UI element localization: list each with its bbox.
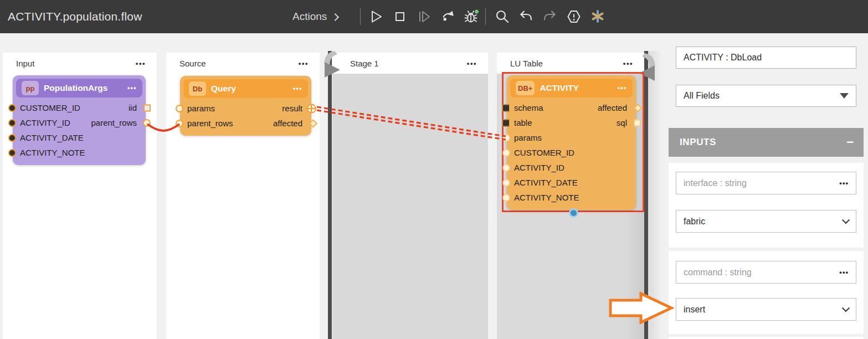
port-row: ACTIVITY_ID — [507, 160, 636, 175]
port-label: parent_rows — [91, 118, 137, 127]
column-header: Stage 1 ••• — [332, 53, 488, 74]
stage-divider-bar — [328, 51, 332, 339]
input-port[interactable] — [502, 104, 510, 111]
input-port[interactable] — [176, 105, 183, 112]
node-activity[interactable]: DB+ ACTIVITY ••• schema affected table s… — [507, 75, 636, 210]
dropdown-triangle-icon — [840, 93, 849, 99]
port-label: ACTIVITY_DATE — [20, 133, 138, 142]
port-label: ACTIVITY_NOTE — [20, 148, 138, 157]
undo-button[interactable] — [517, 6, 536, 28]
input-port[interactable] — [502, 134, 510, 142]
rerun-button[interactable] — [438, 6, 457, 28]
output-port[interactable] — [634, 119, 641, 126]
node-header[interactable]: Db Query ••• — [183, 79, 308, 98]
port-row: params — [507, 130, 636, 145]
command-input[interactable]: command : string ••• — [676, 261, 856, 284]
port-row: schema affected — [507, 100, 636, 115]
redo-icon — [542, 9, 558, 24]
port-label: CUSTOMER_ID — [20, 103, 129, 112]
inputs-section-header[interactable]: INPUTS − — [669, 128, 864, 157]
flow-editor: ACTIVITY.population.flow Actions — [0, 0, 868, 339]
column-title: LU Table — [510, 59, 543, 68]
node-menu-button[interactable]: ••• — [293, 85, 302, 93]
page-title: ACTIVITY.population.flow — [8, 0, 142, 33]
node-query[interactable]: Db Query ••• params result parent_rows a… — [180, 76, 311, 136]
port-row: ACTIVITY_DATE — [507, 175, 636, 190]
interface-selected-value: fabric — [684, 217, 843, 227]
node-title: PopulationArgs — [44, 83, 122, 93]
interface-select[interactable]: fabric — [676, 210, 856, 233]
node-type-badge: DB+ — [516, 81, 535, 95]
node-menu-button[interactable]: ••• — [127, 84, 137, 92]
stop-button[interactable] — [391, 6, 409, 28]
node-title: Query — [211, 84, 288, 94]
toolbar-divider — [360, 8, 361, 25]
input-port[interactable] — [502, 119, 510, 126]
port-label: affected — [273, 119, 302, 128]
output-port[interactable] — [307, 104, 316, 113]
format-asterisk-icon — [590, 9, 605, 24]
input-port[interactable] — [502, 179, 510, 187]
play-icon — [368, 9, 384, 24]
input-port[interactable] — [502, 164, 510, 172]
command-select[interactable]: insert — [676, 298, 856, 321]
node-type-badge: Db — [189, 81, 206, 96]
column-header: LU Table ••• — [497, 53, 644, 74]
node-resize-handle[interactable] — [569, 208, 578, 218]
port-label: ACTIVITY_ID — [20, 118, 91, 127]
input-port[interactable] — [8, 119, 16, 127]
input-port[interactable] — [502, 149, 510, 157]
redo-button[interactable] — [541, 6, 559, 28]
port-row: ACTIVITY_NOTE — [13, 145, 146, 160]
node-populationargs[interactable]: pp PopulationArgs ••• CUSTOMER_ID iid AC… — [13, 75, 146, 165]
step-into-button[interactable] — [414, 6, 433, 28]
node-type-badge: pp — [22, 81, 39, 95]
column-menu-button[interactable]: ••• — [623, 59, 633, 68]
node-title: ACTIVITY — [540, 83, 613, 93]
fields-filter-dropdown[interactable]: All Fields — [676, 85, 856, 107]
debug-icon — [463, 9, 480, 24]
actor-name-field[interactable]: ACTIVITY : DbLoad — [676, 47, 856, 69]
rerun-icon — [440, 9, 455, 24]
format-asterisk-button[interactable] — [588, 6, 607, 28]
column-header: Input ••• — [3, 53, 157, 74]
port-label: ACTIVITY_ID — [514, 163, 629, 172]
output-port[interactable] — [143, 104, 151, 111]
actions-menu[interactable]: Actions — [292, 0, 338, 33]
output-port[interactable] — [143, 119, 151, 127]
interface-menu-button[interactable]: ••• — [839, 179, 849, 187]
stage-ribbon-icon — [319, 50, 345, 82]
interface-placeholder: interface : string — [684, 178, 839, 188]
port-row: ACTIVITY_ID parent_rows — [13, 115, 146, 130]
port-label: params — [514, 133, 629, 142]
column-title: Input — [16, 59, 34, 68]
input-port[interactable] — [176, 120, 183, 127]
column-menu-button[interactable]: ••• — [467, 59, 477, 68]
problems-button[interactable] — [564, 6, 583, 28]
node-header[interactable]: DB+ ACTIVITY ••• — [510, 79, 633, 97]
command-menu-button[interactable]: ••• — [839, 268, 849, 276]
search-button[interactable] — [493, 6, 512, 28]
inputs-section-title: INPUTS — [680, 137, 846, 148]
input-port[interactable] — [8, 149, 16, 157]
input-port[interactable] — [8, 134, 16, 142]
interface-property-card: interface : string ••• fabric — [669, 163, 864, 248]
column-menu-button[interactable]: ••• — [136, 59, 146, 68]
annotation-arrow-icon — [607, 291, 676, 326]
port-row: parent_rows affected — [180, 116, 311, 131]
input-port[interactable] — [502, 194, 510, 202]
debug-button[interactable] — [462, 6, 481, 28]
chevron-right-icon — [331, 13, 339, 20]
interface-input[interactable]: interface : string ••• — [676, 172, 856, 194]
chevron-down-icon — [842, 216, 850, 224]
actions-label: Actions — [292, 11, 327, 23]
run-toolbar — [367, 0, 481, 33]
play-button[interactable] — [367, 6, 386, 28]
column-header: Source ••• — [166, 53, 320, 74]
node-menu-button[interactable]: ••• — [618, 84, 627, 92]
next-property-card — [669, 337, 864, 339]
input-port[interactable] — [8, 104, 16, 112]
collapse-icon[interactable]: − — [846, 135, 854, 150]
column-menu-button[interactable]: ••• — [299, 59, 309, 68]
node-header[interactable]: pp PopulationArgs ••• — [16, 79, 142, 97]
